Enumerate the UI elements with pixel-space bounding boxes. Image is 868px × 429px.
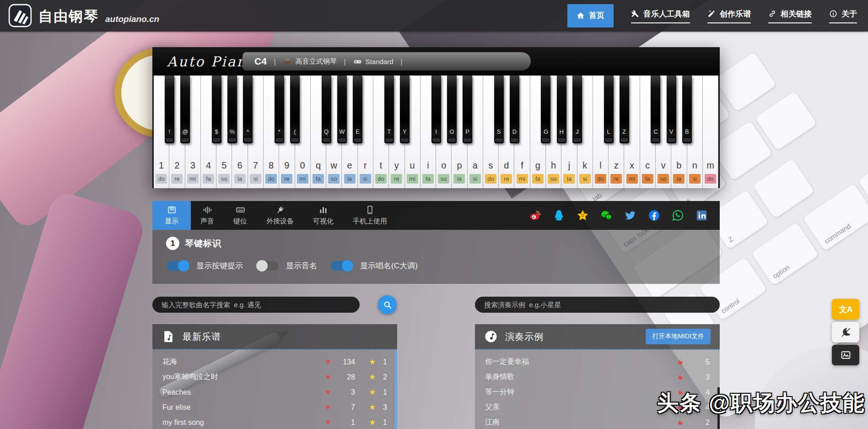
white-key-solfege: fa — [313, 174, 324, 184]
nav-item-home[interactable]: 首页 — [567, 4, 614, 27]
black-key-Q[interactable]: Q — [322, 76, 331, 143]
sheet-row[interactable]: 花海♥134★1 — [152, 354, 397, 369]
black-key-O[interactable]: O — [447, 76, 457, 143]
black-key-V[interactable]: V — [667, 76, 676, 143]
linkedin-icon[interactable] — [695, 209, 708, 222]
nav-item-info[interactable]: 关于 — [829, 9, 857, 23]
instrument-icon — [283, 57, 292, 66]
white-key-char: 2 — [174, 160, 179, 171]
separator: | — [274, 58, 276, 65]
black-key-J[interactable]: J — [572, 76, 582, 143]
black-key-G[interactable]: G — [541, 76, 550, 143]
black-key-D[interactable]: D — [510, 76, 519, 143]
tab-chart[interactable]: 可视化 — [303, 201, 343, 230]
black-key-W[interactable]: W — [337, 76, 347, 143]
toggle-group-2[interactable]: 显示唱名(C大调) — [331, 261, 418, 271]
star-icon: ★ — [369, 357, 379, 367]
song-name: Peaches — [162, 388, 326, 396]
white-key-solfege: do — [156, 174, 167, 184]
demo-search-input[interactable] — [475, 297, 720, 313]
nav-item-tools[interactable]: 音乐人工具箱 — [631, 9, 690, 23]
song-name: 江南 — [485, 418, 677, 427]
whatsapp-icon[interactable] — [672, 209, 684, 222]
black-key-T[interactable]: T — [384, 76, 394, 143]
black-key-E[interactable]: E — [353, 76, 362, 143]
key-range-selector[interactable]: C4 — [254, 56, 267, 67]
music-note-icon — [484, 330, 498, 343]
section-heading: 1 琴键标识 — [152, 230, 720, 250]
like-count: 1 — [336, 418, 355, 427]
sheet-row[interactable]: Peaches♥3★1 — [152, 385, 397, 400]
black-key-I[interactable]: I — [431, 76, 441, 143]
toggle-switch[interactable] — [167, 261, 189, 271]
black-key-@[interactable]: @ — [180, 76, 190, 143]
search-button[interactable] — [378, 295, 397, 314]
white-key-solfege: so — [328, 174, 340, 184]
heart-icon: ♥ — [326, 388, 336, 397]
gamepad-icon — [353, 57, 362, 66]
nav-item-compose[interactable]: 创作乐谱 — [707, 9, 751, 23]
wechat-icon[interactable] — [600, 209, 613, 222]
qzone-icon[interactable] — [577, 209, 589, 222]
tab-plug[interactable]: 外接设备 — [257, 201, 303, 230]
white-key-solfege: la — [344, 174, 356, 184]
black-key-Y[interactable]: Y — [400, 76, 410, 143]
black-key-L[interactable]: L — [604, 76, 614, 143]
star-icon: ★ — [369, 402, 379, 412]
black-key-$[interactable]: $ — [212, 76, 221, 143]
heart-icon: ♥ — [326, 403, 336, 412]
black-key-^[interactable]: ^ — [243, 76, 253, 143]
black-key-Z[interactable]: Z — [620, 76, 629, 143]
keymap-label: Standard — [366, 58, 394, 65]
panel-header: 演奏示例 打开本地MIDI文件 — [475, 324, 720, 350]
song-name: you寒蝉鸣泣之时 — [162, 372, 326, 382]
watermark: 头条 @职场办公技能 — [657, 389, 865, 418]
white-key-char: z — [614, 160, 619, 171]
white-key-char: l — [599, 160, 601, 171]
sheet-row[interactable]: Fur elise♥7★3 — [152, 400, 397, 415]
translate-button[interactable]: 文A — [832, 299, 859, 320]
instrument-selector[interactable]: 高音立式钢琴 — [283, 57, 337, 66]
tab-keys[interactable]: 键位 — [224, 201, 257, 230]
demo-row[interactable]: 单身情歌3 — [475, 369, 720, 385]
tab-piano[interactable]: 显示 — [152, 201, 191, 230]
toggle-group-0[interactable]: 显示按键提示 — [167, 261, 243, 271]
brand[interactable]: 自由钢琴 autopiano.cn — [0, 4, 159, 28]
open-midi-button[interactable]: 打开本地MIDI文件 — [646, 329, 711, 344]
qq-icon[interactable] — [553, 209, 565, 222]
screenshot-button[interactable] — [832, 345, 859, 365]
black-key-S[interactable]: S — [494, 76, 504, 143]
white-key-char: r — [364, 160, 367, 171]
black-key-label: G — [544, 128, 548, 135]
toggle-switch[interactable] — [331, 261, 353, 271]
tab-sound[interactable]: 声音 — [191, 201, 224, 230]
white-key-char: 1 — [159, 160, 164, 171]
tab-phone[interactable]: 手机上使用 — [343, 201, 397, 230]
play-count: 2 — [698, 418, 710, 427]
flame-icon — [677, 418, 686, 428]
toggle-switch[interactable] — [257, 261, 279, 271]
black-key-![interactable]: ! — [165, 76, 174, 143]
keymap-selector[interactable]: Standard — [353, 57, 394, 66]
sheet-search-input[interactable] — [152, 297, 360, 313]
sheet-row[interactable]: my first song♥1★1 — [152, 415, 397, 429]
black-key-%[interactable]: % — [227, 76, 237, 143]
white-key-char: d — [504, 160, 509, 171]
facebook-icon[interactable] — [648, 209, 660, 222]
black-key-P[interactable]: P — [463, 76, 472, 143]
sheet-row[interactable]: you寒蝉鸣泣之时♥28★2 — [152, 369, 397, 385]
black-key-H[interactable]: H — [557, 76, 566, 143]
theme-button[interactable] — [832, 322, 859, 342]
black-key-([interactable]: ( — [290, 76, 300, 143]
nav-item-link[interactable]: 相关链接 — [768, 9, 812, 23]
toggle-group-1[interactable]: 显示音名 — [257, 261, 317, 271]
twitter-icon[interactable] — [624, 209, 636, 222]
black-key-*[interactable]: * — [275, 76, 284, 143]
black-key-C[interactable]: C — [651, 76, 660, 143]
weibo-icon[interactable] — [529, 209, 541, 222]
white-key-m[interactable]: mdo — [703, 76, 718, 188]
demo-row[interactable]: 你一定要幸福5 — [475, 354, 720, 369]
white-key-char: 6 — [237, 160, 242, 171]
white-key-char: 0 — [300, 160, 305, 171]
black-key-B[interactable]: B — [682, 76, 692, 143]
